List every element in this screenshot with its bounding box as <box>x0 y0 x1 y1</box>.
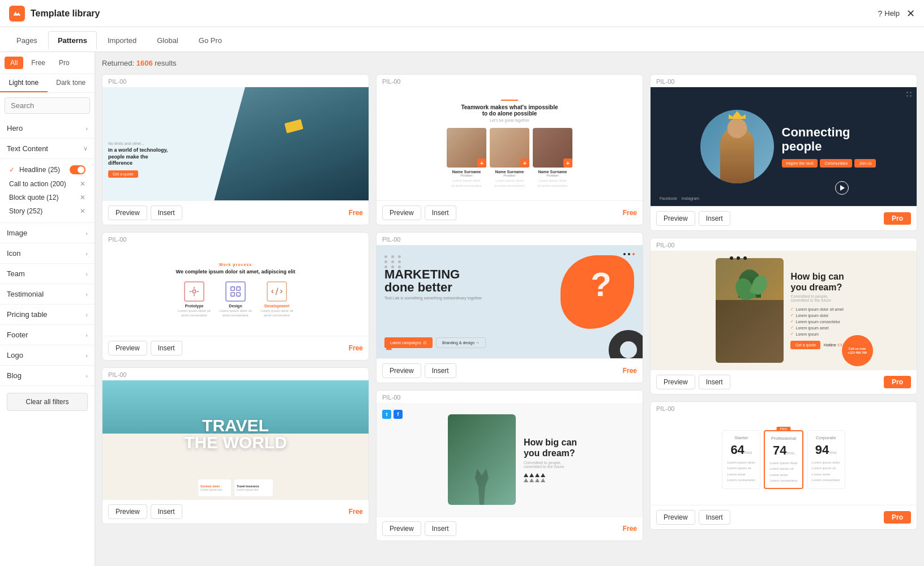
sidebar-item-blog[interactable]: Blog › <box>0 366 95 386</box>
search-input[interactable] <box>5 97 90 114</box>
filter-tabs: All Free Pro <box>0 52 95 74</box>
svg-rect-7 <box>231 293 234 296</box>
sidebar-item-testimonial[interactable]: Testimonial › <box>0 284 95 305</box>
template-card-marketing: PIL-00 <box>376 232 643 383</box>
preview-button[interactable]: Preview <box>656 211 695 226</box>
card-footer: Preview Insert Free <box>102 336 369 360</box>
chevron-right-icon: › <box>85 332 88 338</box>
svg-rect-8 <box>237 293 240 296</box>
app-title: Template library <box>31 8 100 19</box>
card-footer: Preview Insert Free <box>377 200 643 225</box>
filter-blockquote: Block quote (12) ✕ <box>7 191 88 204</box>
insert-button[interactable]: Insert <box>151 504 182 519</box>
tab-global[interactable]: Global <box>147 31 188 49</box>
preview-button[interactable]: Preview <box>656 510 695 525</box>
card-label: PIL-00 <box>651 402 917 414</box>
template-grid: PIL-00 No limits and other... In a world… <box>102 74 917 541</box>
preview-button[interactable]: Preview <box>108 504 147 519</box>
filter-cta: Call to action (200) ✕ <box>7 177 88 191</box>
toggle-headline-on[interactable] <box>70 165 85 174</box>
sidebar-item-text-content[interactable]: Text Content ∨ <box>0 139 95 159</box>
template-card-dream2: PIL-00 t f How big canyou <box>376 390 643 541</box>
badge-free: Free <box>349 508 363 516</box>
help-button[interactable]: ? Help <box>878 9 900 18</box>
template-col-3: PIL-00 <box>650 74 917 541</box>
badge-free: Free <box>623 209 637 217</box>
card-footer: Preview Insert Pro <box>651 370 917 394</box>
content-area: Returned: 1606 results PIL-00 No limits … <box>95 52 924 566</box>
sidebar-item-pricing-table[interactable]: Pricing table › <box>0 305 95 325</box>
card-preview-pricing: Starter 64/mo Lorem ipsum dolor Lorem ip… <box>651 414 917 505</box>
card-preview-dream: How big canyou dream? Committed to peopl… <box>651 251 917 370</box>
preview-button[interactable]: Preview <box>382 205 421 220</box>
card-footer: Preview Insert Pro <box>651 505 917 529</box>
chevron-right-icon: › <box>85 250 88 257</box>
header-right: ? Help ✕ <box>878 7 915 20</box>
tab-gopro[interactable]: Go Pro <box>189 31 232 49</box>
card-preview-dream2: t f How big canyou dream? Committed to p… <box>377 403 643 516</box>
card-label: PIL-00 <box>102 368 369 380</box>
tabs-bar: Pages Patterns Imported Global Go Pro <box>0 27 924 52</box>
preview-button[interactable]: Preview <box>108 205 147 220</box>
card-footer: Preview Insert Free <box>102 200 369 225</box>
tab-pages[interactable]: Pages <box>7 31 47 49</box>
sidebar-item-icon[interactable]: Icon › <box>0 243 95 264</box>
card-label: PIL-00 <box>377 233 643 245</box>
sidebar-item-team[interactable]: Team › <box>0 264 95 284</box>
chevron-right-icon: › <box>85 291 88 298</box>
template-card-travel: PIL-00 TRAVELTHE WORLD Get a quote Hotli… <box>102 367 369 524</box>
close-button[interactable]: ✕ <box>906 7 915 20</box>
chevron-right-icon: › <box>85 372 88 379</box>
insert-button[interactable]: Insert <box>151 341 182 355</box>
template-card-process: PIL-00 Work process We complete ipsum do… <box>102 232 369 361</box>
badge-pro[interactable]: Pro <box>884 376 911 388</box>
template-card-pricing: PIL-00 Starter 64/mo Lorem ipsum dolor L… <box>650 401 917 530</box>
text-content-sub: ✓ Headline (25) Call to action (200) ✕ B… <box>0 159 95 223</box>
template-card-team: PIL-00 Teamwork makes what's impossiblet… <box>376 74 643 225</box>
template-card-connect: PIL-00 <box>650 74 917 231</box>
results-info: Returned: 1606 results <box>102 59 917 67</box>
badge-pro[interactable]: Pro <box>884 511 911 524</box>
preview-button[interactable]: Preview <box>382 521 421 536</box>
card-preview-hero: No limits and other... In a world of tec… <box>102 87 369 200</box>
badge-pro[interactable]: Pro <box>884 212 911 225</box>
header: Template library ? Help ✕ <box>0 0 924 27</box>
insert-button[interactable]: Insert <box>425 205 456 220</box>
story-remove-icon[interactable]: ✕ <box>80 207 85 215</box>
cta-remove-icon[interactable]: ✕ <box>80 180 85 188</box>
filter-pro[interactable]: Pro <box>53 57 75 69</box>
tone-dark[interactable]: Dark tone <box>48 74 95 92</box>
chevron-right-icon: › <box>85 230 88 237</box>
card-footer: Preview Insert Free <box>377 358 643 383</box>
chevron-right-icon: › <box>85 271 88 277</box>
tab-imported[interactable]: Imported <box>98 31 146 49</box>
tab-patterns[interactable]: Patterns <box>48 31 97 49</box>
sidebar-item-image[interactable]: Image › <box>0 223 95 243</box>
card-preview-marketing: ? MARKETINGdone better Test Lab is somet… <box>377 245 643 358</box>
insert-button[interactable]: Insert <box>699 375 730 389</box>
sidebar-item-footer[interactable]: Footer › <box>0 325 95 345</box>
svg-rect-5 <box>231 287 234 290</box>
filter-free[interactable]: Free <box>25 57 51 69</box>
sidebar-item-hero[interactable]: Hero › <box>0 118 95 139</box>
insert-button[interactable]: Insert <box>699 211 730 226</box>
filter-all[interactable]: All <box>5 57 23 69</box>
insert-button[interactable]: Insert <box>699 510 730 525</box>
insert-button[interactable]: Insert <box>151 205 182 220</box>
preview-button[interactable]: Preview <box>656 375 695 389</box>
preview-button[interactable]: Preview <box>382 363 421 378</box>
card-footer: Preview Insert Pro <box>651 206 917 230</box>
sidebar-item-logo[interactable]: Logo › <box>0 345 95 366</box>
header-left: Template library <box>9 6 100 22</box>
insert-button[interactable]: Insert <box>425 363 456 378</box>
insert-button[interactable]: Insert <box>425 521 456 536</box>
chevron-right-icon: › <box>85 352 88 359</box>
preview-button[interactable]: Preview <box>108 341 147 355</box>
badge-free: Free <box>349 209 363 217</box>
clear-filters-button[interactable]: Clear all filters <box>7 393 88 411</box>
tone-light[interactable]: Light tone <box>0 74 48 92</box>
card-label: PIL-00 <box>377 391 643 403</box>
card-label: PIL-00 <box>102 75 369 87</box>
card-label: PIL-00 <box>102 233 369 245</box>
blockquote-remove-icon[interactable]: ✕ <box>80 194 85 201</box>
